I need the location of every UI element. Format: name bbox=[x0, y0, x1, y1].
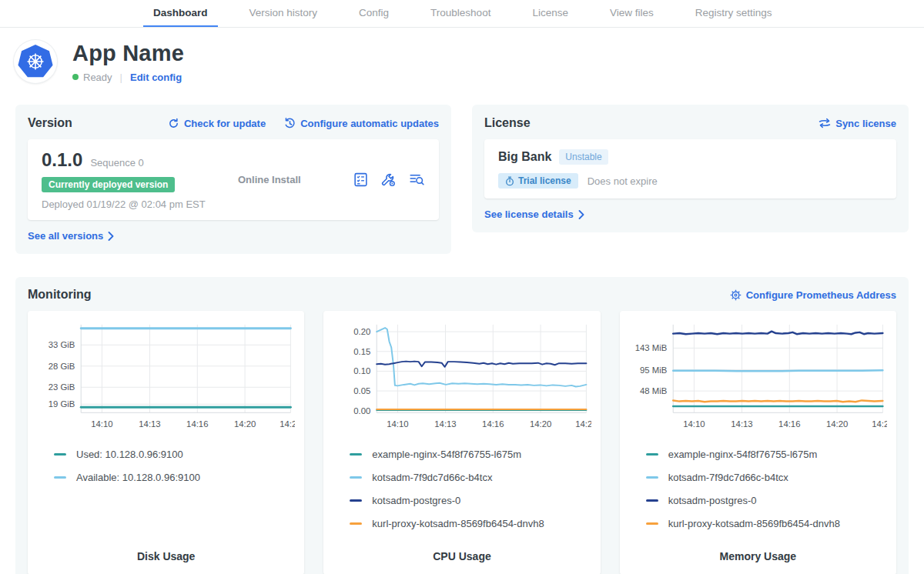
cpu-usage-card: 14:1014:1314:1614:2014:230.000.050.100.1… bbox=[323, 311, 600, 574]
svg-text:14:10: 14:10 bbox=[387, 419, 409, 429]
edit-config-link[interactable]: Edit config bbox=[130, 72, 182, 83]
clock-refresh-icon bbox=[284, 118, 296, 129]
see-license-details-link[interactable]: See license details bbox=[484, 209, 584, 220]
check-for-update-link[interactable]: Check for update bbox=[168, 118, 266, 129]
cpu-usage-chart: 14:1014:1314:1614:2014:230.000.050.100.1… bbox=[333, 319, 591, 434]
svg-text:0.20: 0.20 bbox=[354, 327, 371, 336]
license-panel: License Sync license Big Bank Unstable bbox=[472, 105, 909, 232]
legend-label: Used: 10.128.0.96:9100 bbox=[76, 449, 183, 460]
svg-text:0.05: 0.05 bbox=[354, 386, 371, 395]
sync-arrows-icon bbox=[819, 118, 831, 128]
checklist-icon bbox=[353, 172, 369, 188]
kubernetes-icon bbox=[18, 45, 53, 78]
sequence-label: Sequence 0 bbox=[90, 157, 143, 169]
svg-text:48 MiB: 48 MiB bbox=[640, 386, 667, 395]
svg-text:14:10: 14:10 bbox=[91, 419, 112, 429]
legend-item: kotsadm-7f9dc7d66c-b4tcx bbox=[646, 472, 887, 483]
memory-usage-chart: 14:1014:1314:1614:2014:2348 MiB95 MiB143… bbox=[629, 319, 887, 434]
refresh-icon bbox=[168, 118, 179, 129]
legend-label: kurl-proxy-kotsadm-8569fb6454-dnvh8 bbox=[372, 518, 544, 529]
disk-usage-title: Disk Usage bbox=[37, 539, 295, 562]
configure-prometheus-link[interactable]: Configure Prometheus Address bbox=[730, 289, 896, 301]
preflight-checks-button[interactable] bbox=[353, 172, 369, 188]
expiry-label: Does not expire bbox=[588, 175, 658, 187]
legend-label: Available: 10.128.0.96:9100 bbox=[76, 472, 200, 483]
tab-dashboard[interactable]: Dashboard bbox=[143, 0, 218, 27]
tab-view-files[interactable]: View files bbox=[600, 0, 664, 27]
legend-swatch bbox=[646, 522, 658, 525]
edit-config-button[interactable] bbox=[380, 172, 397, 188]
legend-swatch bbox=[54, 476, 66, 479]
legend-item: example-nginx-54f8f76755-l675m bbox=[350, 449, 591, 460]
legend-swatch bbox=[646, 499, 658, 502]
legend-label: kotsadm-7f9dc7d66c-b4tcx bbox=[372, 472, 492, 483]
gear-icon bbox=[730, 289, 742, 301]
legend-item: kotsadm-7f9dc7d66c-b4tcx bbox=[350, 472, 591, 483]
install-type-label: Online Install bbox=[238, 174, 353, 185]
svg-text:33 GiB: 33 GiB bbox=[49, 340, 75, 349]
monitoring-panel: Monitoring Configure Prometheus Address … bbox=[15, 277, 909, 574]
svg-text:0.10: 0.10 bbox=[354, 366, 371, 375]
monitoring-title: Monitoring bbox=[28, 288, 92, 302]
legend-label: kurl-proxy-kotsadm-8569fb6454-dnvh8 bbox=[668, 518, 840, 529]
disk-usage-chart: 14:1014:1314:1614:2014:2319 GiB23 GiB28 … bbox=[37, 319, 295, 434]
legend-swatch bbox=[646, 476, 658, 479]
license-card: Big Bank Unstable Trial license Does not… bbox=[484, 139, 896, 199]
tab-registry-settings[interactable]: Registry settings bbox=[685, 0, 782, 27]
chevron-right-icon bbox=[108, 232, 114, 241]
legend-label: example-nginx-54f8f76755-l675m bbox=[668, 449, 818, 460]
svg-text:14:16: 14:16 bbox=[482, 419, 504, 429]
customer-name: Big Bank bbox=[498, 150, 551, 164]
svg-text:14:13: 14:13 bbox=[435, 419, 457, 429]
legend-swatch bbox=[350, 453, 362, 456]
svg-text:14:20: 14:20 bbox=[234, 419, 256, 429]
app-header: App Name Ready | Edit config bbox=[0, 28, 924, 97]
chevron-right-icon bbox=[578, 210, 584, 219]
version-panel-title: Version bbox=[28, 116, 72, 130]
tab-version-history[interactable]: Version history bbox=[239, 0, 328, 27]
svg-text:14:23: 14:23 bbox=[576, 419, 591, 429]
deployed-timestamp: Deployed 01/19/22 @ 02:04 pm EST bbox=[42, 199, 238, 210]
sync-license-link[interactable]: Sync license bbox=[819, 118, 896, 129]
legend-item: Used: 10.128.0.96:9100 bbox=[54, 449, 295, 460]
legend-swatch bbox=[54, 453, 66, 456]
tab-config[interactable]: Config bbox=[349, 0, 399, 27]
legend-item: example-nginx-54f8f76755-l675m bbox=[646, 449, 887, 460]
deployed-badge: Currently deployed version bbox=[42, 177, 175, 192]
legend-item: Available: 10.128.0.96:9100 bbox=[54, 472, 295, 483]
svg-text:23 GiB: 23 GiB bbox=[49, 382, 75, 392]
disk-usage-legend: Used: 10.128.0.96:9100Available: 10.128.… bbox=[54, 437, 295, 483]
legend-label: example-nginx-54f8f76755-l675m bbox=[372, 449, 521, 460]
configure-automatic-updates-link[interactable]: Configure automatic updates bbox=[284, 118, 439, 129]
cpu-usage-title: CPU Usage bbox=[333, 539, 591, 562]
page-title: App Name bbox=[72, 41, 184, 66]
app-logo bbox=[14, 40, 57, 83]
channel-badge: Unstable bbox=[559, 149, 608, 165]
current-version-card: 0.1.0 Sequence 0 Currently deployed vers… bbox=[28, 139, 439, 220]
svg-text:14:13: 14:13 bbox=[139, 419, 160, 429]
svg-text:14:16: 14:16 bbox=[186, 419, 208, 429]
memory-usage-legend: example-nginx-54f8f76755-l675mkotsadm-7f… bbox=[646, 437, 887, 529]
disk-usage-card: 14:1014:1314:1614:2014:2319 GiB23 GiB28 … bbox=[28, 311, 304, 574]
see-all-versions-link[interactable]: See all versions bbox=[28, 230, 114, 242]
view-logs-button[interactable] bbox=[408, 172, 425, 188]
svg-text:14:16: 14:16 bbox=[778, 419, 800, 429]
license-panel-title: License bbox=[484, 116, 531, 130]
memory-usage-title: Memory Usage bbox=[629, 539, 887, 562]
svg-text:14:10: 14:10 bbox=[683, 419, 705, 429]
legend-swatch bbox=[350, 476, 362, 479]
svg-text:0.15: 0.15 bbox=[354, 347, 371, 356]
legend-label: kotsadm-7f9dc7d66c-b4tcx bbox=[668, 472, 788, 483]
svg-text:0.00: 0.00 bbox=[354, 406, 371, 415]
divider: | bbox=[120, 72, 122, 83]
status-dot bbox=[72, 74, 79, 80]
tab-troubleshoot[interactable]: Troubleshoot bbox=[420, 0, 500, 27]
legend-swatch bbox=[646, 453, 658, 456]
version-number: 0.1.0 bbox=[42, 149, 82, 171]
trial-license-badge: Trial license bbox=[498, 173, 578, 189]
legend-swatch bbox=[350, 522, 362, 525]
svg-text:95 MiB: 95 MiB bbox=[640, 365, 667, 375]
version-panel: Version Check for update Configure au bbox=[15, 105, 451, 254]
svg-text:143 MiB: 143 MiB bbox=[634, 343, 667, 352]
tab-license[interactable]: License bbox=[522, 0, 578, 27]
